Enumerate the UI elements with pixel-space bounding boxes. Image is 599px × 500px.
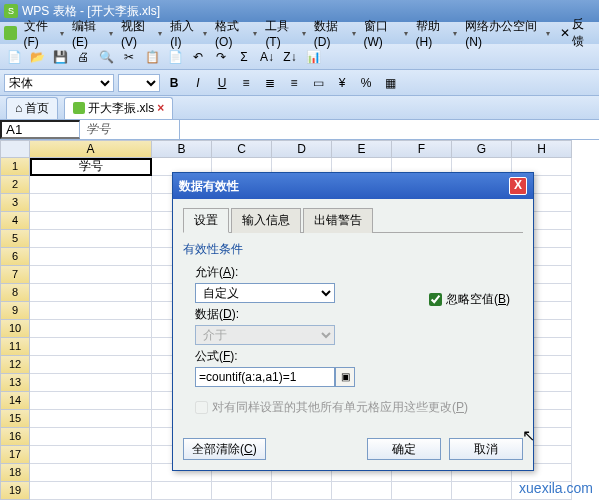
menu-tools[interactable]: 工具(T)▾ bbox=[262, 17, 308, 50]
row-header[interactable]: 17 bbox=[0, 446, 30, 464]
chart-icon[interactable]: 📊 bbox=[303, 47, 323, 67]
cell[interactable] bbox=[30, 356, 152, 374]
sort-asc-icon[interactable]: A↓ bbox=[257, 47, 277, 67]
col-header-A[interactable]: A bbox=[30, 140, 152, 158]
tab-close-icon[interactable]: × bbox=[157, 101, 164, 115]
align-right-icon[interactable]: ≡ bbox=[284, 73, 304, 93]
cell[interactable] bbox=[30, 320, 152, 338]
tab-home[interactable]: ⌂ 首页 bbox=[6, 97, 58, 119]
row-header[interactable]: 3 bbox=[0, 194, 30, 212]
col-header-C[interactable]: C bbox=[212, 140, 272, 158]
row-header[interactable]: 15 bbox=[0, 410, 30, 428]
open-icon[interactable]: 📂 bbox=[27, 47, 47, 67]
row-header[interactable]: 18 bbox=[0, 464, 30, 482]
row-header[interactable]: 16 bbox=[0, 428, 30, 446]
cell[interactable] bbox=[30, 482, 152, 500]
name-box[interactable] bbox=[0, 120, 80, 139]
merge-icon[interactable]: ▭ bbox=[308, 73, 328, 93]
row-header[interactable]: 6 bbox=[0, 248, 30, 266]
formula-input[interactable]: 学号 bbox=[80, 120, 180, 139]
row-header[interactable]: 19 bbox=[0, 482, 30, 500]
align-center-icon[interactable]: ≣ bbox=[260, 73, 280, 93]
menu-edit[interactable]: 编辑(E)▾ bbox=[69, 17, 116, 50]
align-left-icon[interactable]: ≡ bbox=[236, 73, 256, 93]
sort-desc-icon[interactable]: Z↓ bbox=[280, 47, 300, 67]
row-header[interactable]: 2 bbox=[0, 176, 30, 194]
cut-icon[interactable]: ✂ bbox=[119, 47, 139, 67]
bold-icon[interactable]: B bbox=[164, 73, 184, 93]
tab-settings[interactable]: 设置 bbox=[183, 208, 229, 233]
menu-data[interactable]: 数据(D)▾ bbox=[311, 17, 359, 50]
row-header[interactable]: 4 bbox=[0, 212, 30, 230]
select-all-corner[interactable] bbox=[0, 140, 30, 158]
col-header-F[interactable]: F bbox=[392, 140, 452, 158]
col-header-E[interactable]: E bbox=[332, 140, 392, 158]
cell[interactable] bbox=[212, 482, 272, 500]
dialog-close-icon[interactable]: X bbox=[509, 177, 527, 195]
redo-icon[interactable]: ↷ bbox=[211, 47, 231, 67]
clear-all-button[interactable]: 全部清除(C) bbox=[183, 438, 266, 460]
cell[interactable] bbox=[30, 374, 152, 392]
cell[interactable] bbox=[30, 248, 152, 266]
cell[interactable] bbox=[30, 302, 152, 320]
new-icon[interactable]: 📄 bbox=[4, 47, 24, 67]
tab-input-message[interactable]: 输入信息 bbox=[231, 208, 301, 233]
menu-window[interactable]: 窗口(W)▾ bbox=[361, 17, 411, 50]
col-header-H[interactable]: H bbox=[512, 140, 572, 158]
row-header[interactable]: 11 bbox=[0, 338, 30, 356]
italic-icon[interactable]: I bbox=[188, 73, 208, 93]
cell[interactable] bbox=[30, 446, 152, 464]
row-header[interactable]: 9 bbox=[0, 302, 30, 320]
row-header[interactable]: 13 bbox=[0, 374, 30, 392]
undo-icon[interactable]: ↶ bbox=[188, 47, 208, 67]
menu-view[interactable]: 视图(V)▾ bbox=[118, 17, 165, 50]
tab-file[interactable]: 开大李振.xls × bbox=[64, 97, 173, 119]
menu-format[interactable]: 格式(O)▾ bbox=[212, 17, 260, 50]
preview-icon[interactable]: 🔍 bbox=[96, 47, 116, 67]
range-picker-icon[interactable]: ▣ bbox=[335, 367, 355, 387]
ok-button[interactable]: 确定 bbox=[367, 438, 441, 460]
cell[interactable] bbox=[30, 464, 152, 482]
row-header[interactable]: 5 bbox=[0, 230, 30, 248]
tab-error-alert[interactable]: 出错警告 bbox=[303, 208, 373, 233]
row-header[interactable]: 7 bbox=[0, 266, 30, 284]
allow-select[interactable]: 自定义 bbox=[195, 283, 335, 303]
cell[interactable] bbox=[30, 176, 152, 194]
menu-insert[interactable]: 插入(I)▾ bbox=[167, 17, 210, 50]
row-header[interactable]: 14 bbox=[0, 392, 30, 410]
copy-icon[interactable]: 📋 bbox=[142, 47, 162, 67]
percent-icon[interactable]: % bbox=[356, 73, 376, 93]
sum-icon[interactable]: Σ bbox=[234, 47, 254, 67]
menu-help[interactable]: 帮助(H)▾ bbox=[413, 17, 461, 50]
dialog-titlebar[interactable]: 数据有效性 X bbox=[173, 173, 533, 199]
font-size-select[interactable] bbox=[118, 74, 160, 92]
cell[interactable] bbox=[30, 230, 152, 248]
cell[interactable] bbox=[152, 482, 212, 500]
cell[interactable] bbox=[452, 482, 512, 500]
cell[interactable] bbox=[30, 410, 152, 428]
cell[interactable] bbox=[30, 194, 152, 212]
col-header-G[interactable]: G bbox=[452, 140, 512, 158]
row-header[interactable]: 1 bbox=[0, 158, 30, 176]
row-header[interactable]: 10 bbox=[0, 320, 30, 338]
cell[interactable] bbox=[30, 212, 152, 230]
cell[interactable] bbox=[30, 338, 152, 356]
font-name-select[interactable]: 宋体 bbox=[4, 74, 114, 92]
feedback-link[interactable]: ✕ 反馈 bbox=[557, 15, 595, 51]
ignore-blank-checkbox[interactable] bbox=[429, 293, 442, 306]
formula-field[interactable] bbox=[195, 367, 335, 387]
cell[interactable] bbox=[332, 482, 392, 500]
menu-file[interactable]: 文件(F)▾ bbox=[21, 17, 67, 50]
cell[interactable] bbox=[30, 392, 152, 410]
underline-icon[interactable]: U bbox=[212, 73, 232, 93]
cell[interactable]: 学号 bbox=[30, 158, 152, 176]
col-header-D[interactable]: D bbox=[272, 140, 332, 158]
menu-network[interactable]: 网络办公空间(N)▾ bbox=[462, 17, 553, 50]
cell[interactable] bbox=[272, 482, 332, 500]
cell[interactable] bbox=[30, 284, 152, 302]
cell[interactable] bbox=[30, 428, 152, 446]
col-header-B[interactable]: B bbox=[152, 140, 212, 158]
row-header[interactable]: 8 bbox=[0, 284, 30, 302]
cell[interactable] bbox=[30, 266, 152, 284]
borders-icon[interactable]: ▦ bbox=[380, 73, 400, 93]
